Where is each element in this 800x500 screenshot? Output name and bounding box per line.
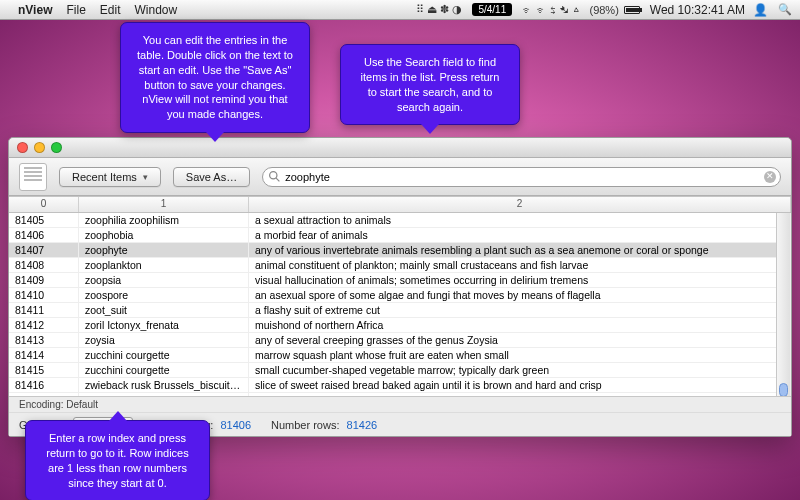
- menu-file[interactable]: File: [66, 3, 85, 17]
- table-cell[interactable]: 81410: [9, 288, 79, 302]
- date-pill: 5/4/11: [472, 3, 512, 16]
- document-icon[interactable]: [19, 163, 47, 191]
- table-cell[interactable]: 81409: [9, 273, 79, 287]
- table-cell[interactable]: a flashy suit of extreme cut: [249, 303, 791, 317]
- data-table: 0 1 2 81405zoophilia zoophilisma sexual …: [9, 196, 791, 396]
- table-cell[interactable]: a sexual attraction to animals: [249, 213, 791, 227]
- table-row[interactable]: 81410zoosporean asexual spore of some al…: [9, 288, 791, 303]
- table-cell[interactable]: animal constituent of plankton; mainly s…: [249, 258, 791, 272]
- table-cell[interactable]: music of southern Louisiana that combine…: [249, 393, 791, 396]
- table-cell[interactable]: an asexual spore of some algae and fungi…: [249, 288, 791, 302]
- table-row[interactable]: 81414zucchini courgettemarrow squash pla…: [9, 348, 791, 363]
- table-cell[interactable]: zwieback rusk Brussels_biscuit twice-ba…: [79, 378, 249, 392]
- table-cell[interactable]: 81412: [9, 318, 79, 332]
- encoding-value: Default: [66, 399, 98, 410]
- table-row[interactable]: 81407zoophyteany of various invertebrate…: [9, 243, 791, 258]
- battery-icon: [624, 6, 640, 14]
- battery-pct: (98%): [589, 4, 618, 16]
- table-cell[interactable]: muishond of northern Africa: [249, 318, 791, 332]
- callout-search-text: Use the Search field to find items in th…: [361, 56, 500, 113]
- vertical-scrollbar[interactable]: [776, 213, 790, 396]
- table-cell[interactable]: zooplankton: [79, 258, 249, 272]
- table-cell[interactable]: 81415: [9, 363, 79, 377]
- col-2[interactable]: 2: [249, 197, 791, 212]
- menubar-clock: Wed 10:32:41 AM: [650, 3, 745, 17]
- table-row[interactable]: 81409zoopsiavisual hallucination of anim…: [9, 273, 791, 288]
- callout-search-help: Use the Search field to find items in th…: [340, 44, 520, 125]
- menu-edit[interactable]: Edit: [100, 3, 121, 17]
- scrollbar-thumb[interactable]: [779, 383, 788, 396]
- table-cell[interactable]: a morbid fear of animals: [249, 228, 791, 242]
- table-cell[interactable]: zoophyte: [79, 243, 249, 257]
- mac-menubar: nView File Edit Window ⠿ ⏏ ✽ ◑ 5/4/11 ᯤ …: [0, 0, 800, 20]
- encoding-bar: Encoding: Default: [9, 396, 791, 412]
- col-1[interactable]: 1: [79, 197, 249, 212]
- table-cell[interactable]: small cucumber-shaped vegetable marrow; …: [249, 363, 791, 377]
- callout-edit-help: You can edit the entries in the table. D…: [120, 22, 310, 133]
- table-cell[interactable]: zoospore: [79, 288, 249, 302]
- recent-items-dropdown[interactable]: Recent Items: [59, 167, 161, 187]
- zoom-icon[interactable]: [51, 142, 62, 153]
- table-cell[interactable]: 81408: [9, 258, 79, 272]
- table-cell[interactable]: 81411: [9, 303, 79, 317]
- table-cell[interactable]: 81406: [9, 228, 79, 242]
- table-cell[interactable]: zucchini courgette: [79, 363, 249, 377]
- table-cell[interactable]: zoot_suit: [79, 303, 249, 317]
- spotlight-icon[interactable]: 🔍: [778, 3, 792, 16]
- table-cell[interactable]: 81416: [9, 378, 79, 392]
- search-field-wrap: ✕: [262, 167, 781, 187]
- table-cell[interactable]: zoopsia: [79, 273, 249, 287]
- encoding-label: Encoding:: [19, 399, 66, 410]
- table-cell[interactable]: zoril Ictonyx_frenata: [79, 318, 249, 332]
- user-icon[interactable]: 👤: [753, 3, 768, 17]
- close-icon[interactable]: [17, 142, 28, 153]
- table-row[interactable]: 81417zydecomusic of southern Louisiana t…: [9, 393, 791, 396]
- table-row[interactable]: 81413zoysiaany of several creeping grass…: [9, 333, 791, 348]
- table-cell[interactable]: 81407: [9, 243, 79, 257]
- titlebar: [9, 138, 791, 158]
- menu-window[interactable]: Window: [135, 3, 178, 17]
- table-cell[interactable]: zoysia: [79, 333, 249, 347]
- table-row[interactable]: 81405zoophilia zoophilisma sexual attrac…: [9, 213, 791, 228]
- col-0[interactable]: 0: [9, 197, 79, 212]
- svg-line-1: [276, 178, 279, 181]
- table-cell[interactable]: zucchini courgette: [79, 348, 249, 362]
- table-cell[interactable]: any of several creeping grasses of the g…: [249, 333, 791, 347]
- table-row[interactable]: 81416zwieback rusk Brussels_biscuit twic…: [9, 378, 791, 393]
- table-cell[interactable]: zydeco: [79, 393, 249, 396]
- save-as-button[interactable]: Save As…: [173, 167, 250, 187]
- status-icons-2: ᯤ ᯤ ⇆ ➴ △: [522, 4, 579, 16]
- table-body: 81405zoophilia zoophilisma sexual attrac…: [9, 213, 791, 396]
- callout-goto-text: Enter a row index and press return to go…: [46, 432, 188, 489]
- table-cell[interactable]: 81405: [9, 213, 79, 227]
- table-cell[interactable]: 81413: [9, 333, 79, 347]
- clear-search-icon[interactable]: ✕: [764, 171, 776, 183]
- table-row[interactable]: 81406zoophobiaa morbid fear of animals: [9, 228, 791, 243]
- table-cell[interactable]: any of various invertebrate animals rese…: [249, 243, 791, 257]
- battery-status: (98%): [589, 4, 639, 16]
- callout-goto-help: Enter a row index and press return to go…: [25, 420, 210, 500]
- table-cell[interactable]: zoophilia zoophilism: [79, 213, 249, 227]
- table-cell[interactable]: slice of sweet raised bread baked again …: [249, 378, 791, 392]
- app-window: Recent Items Save As… ✕ 0 1 2 81405zooph…: [8, 137, 792, 437]
- search-input[interactable]: [262, 167, 781, 187]
- save-as-label: Save As…: [186, 171, 237, 183]
- table-cell[interactable]: marrow squash plant whose fruit are eate…: [249, 348, 791, 362]
- minimize-icon[interactable]: [34, 142, 45, 153]
- search-icon: [268, 170, 281, 183]
- table-row[interactable]: 81412zoril Ictonyx_frenatamuishond of no…: [9, 318, 791, 333]
- callout-edit-text: You can edit the entries in the table. D…: [137, 34, 293, 120]
- toolbar: Recent Items Save As… ✕: [9, 158, 791, 196]
- table-row[interactable]: 81408zooplanktonanimal constituent of pl…: [9, 258, 791, 273]
- table-cell[interactable]: visual hallucination of animals; sometim…: [249, 273, 791, 287]
- table-cell[interactable]: zoophobia: [79, 228, 249, 242]
- table-cell[interactable]: 81414: [9, 348, 79, 362]
- total-rows-value: 81426: [347, 419, 378, 431]
- table-cell[interactable]: 81417: [9, 393, 79, 396]
- total-rows-label: Number rows:: [271, 419, 339, 431]
- current-row-value: 81406: [220, 419, 251, 431]
- menu-app[interactable]: nView: [18, 3, 52, 17]
- table-row[interactable]: 81411zoot_suita flashy suit of extreme c…: [9, 303, 791, 318]
- table-header: 0 1 2: [9, 197, 791, 213]
- table-row[interactable]: 81415zucchini courgettesmall cucumber-sh…: [9, 363, 791, 378]
